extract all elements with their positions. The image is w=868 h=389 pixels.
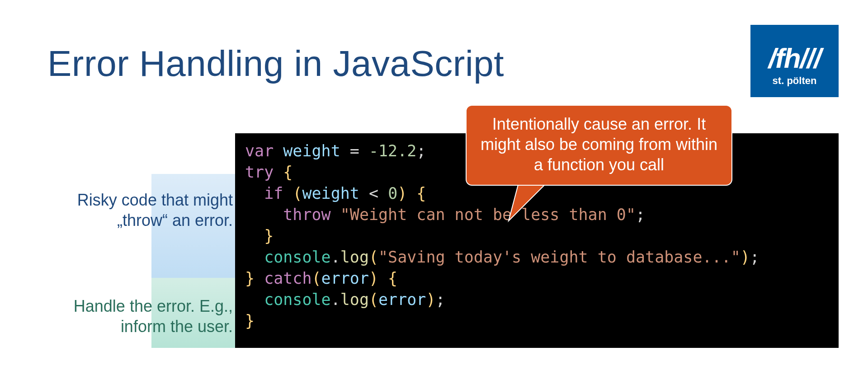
annotation-handle-error: Handle the error. E.g., inform the user. bbox=[43, 296, 233, 337]
code-dot: . bbox=[331, 248, 340, 266]
code-brace-close: } bbox=[264, 227, 274, 245]
code-id-weight2: weight bbox=[302, 184, 359, 202]
fh-logo: /fh/// st. pölten bbox=[750, 25, 839, 97]
code-semi: ; bbox=[750, 248, 760, 266]
code-num: -12.2 bbox=[369, 142, 416, 160]
slide-title: Error Handling in JavaScript bbox=[47, 43, 504, 84]
callout-bubble: Intentionally cause an error. It might a… bbox=[466, 105, 732, 186]
code-kw-var: var bbox=[245, 142, 274, 160]
code-semi3: ; bbox=[435, 291, 445, 309]
logo-main-text: /fh/// bbox=[769, 44, 821, 72]
code-semi: ; bbox=[416, 142, 426, 160]
code-indent bbox=[245, 184, 264, 202]
code-open3: ( bbox=[369, 291, 378, 309]
code-id-weight: weight bbox=[283, 142, 340, 160]
code-close: ) bbox=[741, 248, 750, 266]
code-paren: ( bbox=[283, 184, 302, 202]
code-kw-throw: throw bbox=[283, 206, 330, 224]
code-kw-try: try bbox=[245, 163, 274, 181]
code-close3: ) bbox=[426, 291, 435, 309]
code-kw-catch: catch bbox=[264, 269, 311, 287]
code-indent bbox=[245, 206, 283, 224]
code-sp bbox=[331, 206, 340, 224]
code-log2: log bbox=[340, 291, 369, 309]
code-zero: 0 bbox=[388, 184, 397, 202]
code-kw-if: if bbox=[264, 184, 283, 202]
code-open: ( bbox=[369, 248, 378, 266]
code-brace-final: } bbox=[245, 312, 255, 330]
code-lt: < bbox=[359, 184, 388, 202]
code-throw-string: "Weight can not be less than 0" bbox=[340, 206, 636, 224]
code-dot2: . bbox=[331, 291, 340, 309]
code-console2: console bbox=[264, 291, 331, 309]
code-indent bbox=[245, 291, 264, 309]
code-close-paren: ) { bbox=[397, 184, 426, 202]
logo-sub-text: st. pölten bbox=[773, 75, 817, 87]
code-sp bbox=[255, 269, 264, 287]
code-brace: { bbox=[274, 163, 292, 181]
code-save-string: "Saving today's weight to database..." bbox=[378, 248, 741, 266]
code-close2: ) { bbox=[369, 269, 397, 287]
code-indent bbox=[245, 227, 264, 245]
code-console: console bbox=[264, 248, 331, 266]
code-id-error: error bbox=[321, 269, 369, 287]
code-brace-close2: } bbox=[245, 269, 255, 287]
code-id-error2: error bbox=[378, 291, 426, 309]
code-indent bbox=[245, 248, 264, 266]
code-open2: ( bbox=[312, 269, 321, 287]
annotation-risky-code: Risky code that might „throw“ an error. bbox=[43, 190, 233, 230]
code-semi: ; bbox=[636, 206, 645, 224]
code-eq: = bbox=[340, 142, 369, 160]
code-log: log bbox=[340, 248, 369, 266]
